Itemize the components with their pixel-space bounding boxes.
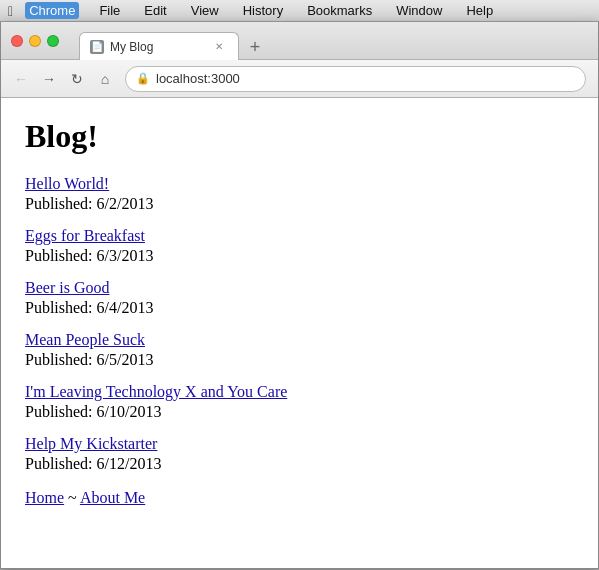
new-tab-button[interactable]: + [243,35,267,59]
menu-file[interactable]: File [95,2,124,19]
footer-links: Home ~ About Me [25,489,574,507]
post-title-link[interactable]: I'm Leaving Technology X and You Care [25,383,574,401]
menu-bookmarks[interactable]: Bookmarks [303,2,376,19]
tab-favicon-icon: 📄 [90,40,104,54]
address-bar[interactable]: 🔒 localhost:3000 [125,66,586,92]
blog-post: Mean People SuckPublished: 6/5/2013 [25,331,574,369]
blog-title: Blog! [25,118,574,155]
tab-close-button[interactable]: ✕ [212,40,226,54]
post-date: Published: 6/4/2013 [25,299,574,317]
active-tab[interactable]: 📄 My Blog ✕ [79,32,239,60]
close-button[interactable] [11,35,23,47]
blog-post: I'm Leaving Technology X and You CarePub… [25,383,574,421]
post-title-link[interactable]: Beer is Good [25,279,574,297]
blog-post: Eggs for BreakfastPublished: 6/3/2013 [25,227,574,265]
forward-button[interactable]: → [37,67,61,91]
tab-title: My Blog [110,40,153,54]
maximize-button[interactable] [47,35,59,47]
post-date: Published: 6/12/2013 [25,455,574,473]
minimize-button[interactable] [29,35,41,47]
post-date: Published: 6/5/2013 [25,351,574,369]
menu-items: Chrome File Edit View History Bookmarks … [25,2,497,19]
blog-post: Beer is GoodPublished: 6/4/2013 [25,279,574,317]
lock-icon: 🔒 [136,72,150,85]
post-title-link[interactable]: Hello World! [25,175,574,193]
post-title-link[interactable]: Mean People Suck [25,331,574,349]
menu-view[interactable]: View [187,2,223,19]
menu-help[interactable]: Help [462,2,497,19]
url-text: localhost:3000 [156,71,240,86]
posts-container: Hello World!Published: 6/2/2013Eggs for … [25,175,574,473]
post-date: Published: 6/10/2013 [25,403,574,421]
footer-separator: ~ [64,489,80,506]
post-date: Published: 6/2/2013 [25,195,574,213]
menu-edit[interactable]: Edit [140,2,170,19]
menu-window[interactable]: Window [392,2,446,19]
post-title-link[interactable]: Help My Kickstarter [25,435,574,453]
post-date: Published: 6/3/2013 [25,247,574,265]
blog-post: Hello World!Published: 6/2/2013 [25,175,574,213]
nav-bar: ← → ↻ ⌂ 🔒 localhost:3000 [1,60,598,98]
home-link[interactable]: Home [25,489,64,506]
page-content: Blog! Hello World!Published: 6/2/2013Egg… [1,98,598,568]
menu-chrome[interactable]: Chrome [25,2,79,19]
menu-bar:  Chrome File Edit View History Bookmark… [0,0,599,22]
traffic-lights [11,35,59,47]
blog-post: Help My KickstarterPublished: 6/12/2013 [25,435,574,473]
reload-button[interactable]: ↻ [65,67,89,91]
about-link[interactable]: About Me [80,489,145,506]
title-bar: 📄 My Blog ✕ + [1,22,598,60]
apple-logo-icon:  [8,3,13,19]
home-button[interactable]: ⌂ [93,67,117,91]
post-title-link[interactable]: Eggs for Breakfast [25,227,574,245]
back-button[interactable]: ← [9,67,33,91]
chrome-window: 📄 My Blog ✕ + ← → ↻ ⌂ 🔒 localhost:3000 B… [0,22,599,569]
menu-history[interactable]: History [239,2,287,19]
tab-bar: 📄 My Blog ✕ + [69,22,267,59]
